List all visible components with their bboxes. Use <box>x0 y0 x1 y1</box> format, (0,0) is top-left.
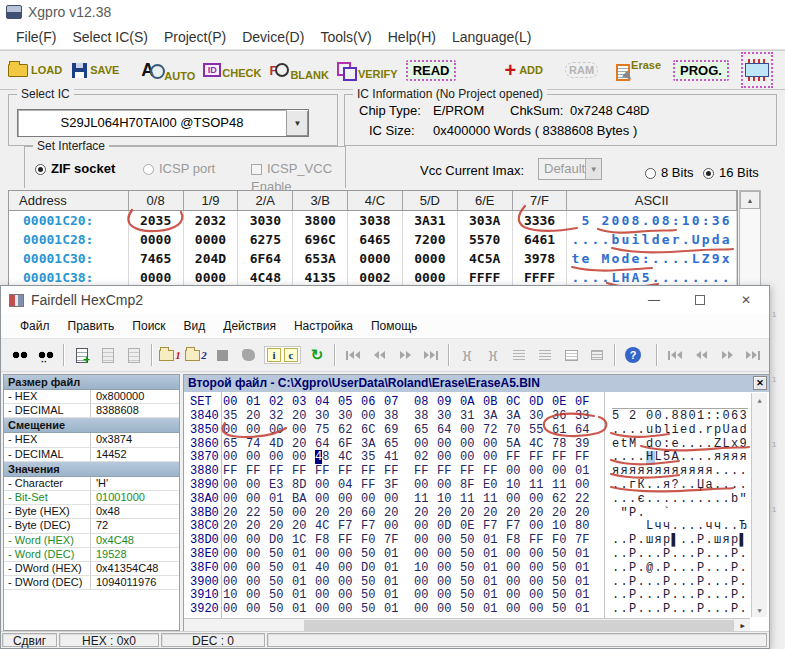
ascii-char[interactable]: я <box>740 451 749 465</box>
byte-cell[interactable]: 35 <box>223 410 246 424</box>
prog-button[interactable]: PROG. <box>673 60 729 81</box>
ascii-char[interactable]: P <box>731 589 740 603</box>
ascii-char[interactable]: . <box>714 589 723 603</box>
hex-row[interactable]: 38E000005001000050010000500100005001..P.… <box>184 548 769 562</box>
scroll-down-icon[interactable]: ▼ <box>752 603 767 617</box>
align-top-button[interactable] <box>506 343 532 367</box>
byte-cell[interactable]: 00 <box>269 451 292 465</box>
byte-cell[interactable]: 50 <box>460 603 483 617</box>
ascii-char[interactable]: . <box>697 451 706 465</box>
ascii-char[interactable]: . <box>689 548 698 562</box>
ascii-char[interactable]: u <box>646 424 655 438</box>
ascii-char[interactable]: . <box>612 576 621 590</box>
byte-cell[interactable]: 00 <box>223 548 246 562</box>
menu-item[interactable]: Project(P) <box>156 29 234 45</box>
byte-cell[interactable]: 04 <box>338 479 361 493</box>
byte-cell[interactable]: 50 <box>460 576 483 590</box>
prev-diff-button[interactable] <box>366 343 392 367</box>
ascii-char[interactable]: я <box>706 465 715 479</box>
ascii-char[interactable]: . <box>621 451 630 465</box>
last-diff-button[interactable] <box>418 343 444 367</box>
ascii-char[interactable]: . <box>655 493 664 507</box>
byte-cell[interactable]: 00 <box>552 465 575 479</box>
ascii-char[interactable]: l <box>663 424 672 438</box>
hex-row[interactable]: 391010005001000050010000500100005001..P.… <box>184 589 769 603</box>
ascii-char[interactable]: 0 <box>655 410 664 424</box>
byte-cell[interactable]: 00 <box>529 603 552 617</box>
ascii-char[interactable]: Ќ <box>638 479 647 493</box>
ascii-char[interactable]: 6 <box>731 410 740 424</box>
byte-cell[interactable]: 50 <box>361 603 384 617</box>
ascii-char[interactable]: P <box>629 548 638 562</box>
byte-cell[interactable]: 10 <box>223 589 246 603</box>
byte-cell[interactable]: FF <box>506 451 529 465</box>
byte-cell[interactable]: 01 <box>269 493 292 507</box>
ascii-char[interactable]: . <box>731 479 740 493</box>
byte-cell[interactable]: 4D <box>269 438 292 452</box>
ram-button[interactable]: RAM <box>565 62 598 78</box>
ascii-char[interactable]: o <box>655 438 664 452</box>
byte-cell[interactable]: 0E <box>460 520 483 534</box>
byte-cell[interactable]: 00 <box>506 589 529 603</box>
byte-cell[interactable]: 00 <box>529 465 552 479</box>
byte-cell[interactable]: 00 <box>529 520 552 534</box>
menu-item[interactable]: File(F) <box>8 29 64 45</box>
byte-cell[interactable]: 11 <box>414 493 437 507</box>
byte-cell[interactable]: 10 <box>552 520 575 534</box>
byte-cell[interactable]: 00 <box>338 548 361 562</box>
byte-cell[interactable]: 01 <box>575 603 598 617</box>
byte-cell[interactable]: 50 <box>361 576 384 590</box>
byte-cell[interactable]: FF <box>223 465 246 479</box>
ascii-char[interactable]: Џ <box>697 479 706 493</box>
byte-cell[interactable]: 20 <box>414 507 437 521</box>
ascii-char[interactable]: . <box>655 589 664 603</box>
byte-cell[interactable]: FF <box>575 451 598 465</box>
ascii-char[interactable] <box>714 507 723 521</box>
byte-cell[interactable]: 00 <box>414 534 437 548</box>
ascii-char[interactable]: . <box>672 589 681 603</box>
ascii-char[interactable]: г <box>629 479 638 493</box>
menu-item[interactable]: Tools(V) <box>312 29 379 45</box>
byte-cell[interactable]: 30 <box>315 410 338 424</box>
word-cell[interactable]: 3038 <box>348 211 403 230</box>
ascii-char[interactable]: 1 <box>697 410 706 424</box>
byte-cell[interactable]: 00 <box>384 520 407 534</box>
word-cell[interactable]: 4C5A <box>458 249 513 268</box>
byte-cell[interactable]: 00 <box>315 548 338 562</box>
ascii-char[interactable]: . <box>612 479 621 493</box>
ic-select-combo[interactable]: S29JL064H70TAI00 @TSOP48 ▼ <box>17 109 309 137</box>
byte-cell[interactable]: 39 <box>575 438 598 452</box>
hex-vertical-scrollbar[interactable]: ▲ ▼ <box>751 393 767 617</box>
byte-cell[interactable]: FF <box>292 465 315 479</box>
byte-cell[interactable]: 20 <box>223 507 246 521</box>
ascii-char[interactable] <box>731 507 740 521</box>
ascii-char[interactable]: p <box>714 424 723 438</box>
ascii-char[interactable]: Ђ <box>740 520 749 534</box>
byte-cell[interactable]: 00 <box>246 576 269 590</box>
byte-cell[interactable]: FF <box>414 465 437 479</box>
byte-cell[interactable]: FF <box>529 534 552 548</box>
ascii-char[interactable]: . <box>740 603 749 617</box>
ascii-char[interactable]: є <box>638 493 647 507</box>
byte-cell[interactable]: 20 <box>292 438 315 452</box>
word-cell[interactable]: 3A31 <box>403 211 458 230</box>
ascii-char[interactable]: . <box>689 520 698 534</box>
byte-cell[interactable]: 3A <box>361 438 384 452</box>
byte-cell[interactable]: FF <box>460 465 483 479</box>
byte-cell[interactable]: 20 <box>269 520 292 534</box>
ascii-char[interactable]: . <box>740 576 749 590</box>
word-cell[interactable]: 7200 <box>403 230 458 249</box>
byte-cell[interactable]: 38 <box>414 410 437 424</box>
byte-cell[interactable]: 69 <box>384 424 407 438</box>
byte-cell[interactable]: FF <box>552 451 575 465</box>
ascii-char[interactable]: P <box>629 507 638 521</box>
byte-cell[interactable]: 00 <box>506 548 529 562</box>
ascii-char[interactable]: Z <box>714 438 723 452</box>
maximize-button[interactable] <box>683 286 717 314</box>
ascii-char[interactable]: 0 <box>646 410 655 424</box>
word-cell[interactable]: 6275 <box>238 230 293 249</box>
byte-cell[interactable]: 00 <box>529 548 552 562</box>
ascii-char[interactable]: d <box>646 438 655 452</box>
byte-cell[interactable]: 00 <box>338 603 361 617</box>
ascii-char[interactable]: . <box>655 479 664 493</box>
